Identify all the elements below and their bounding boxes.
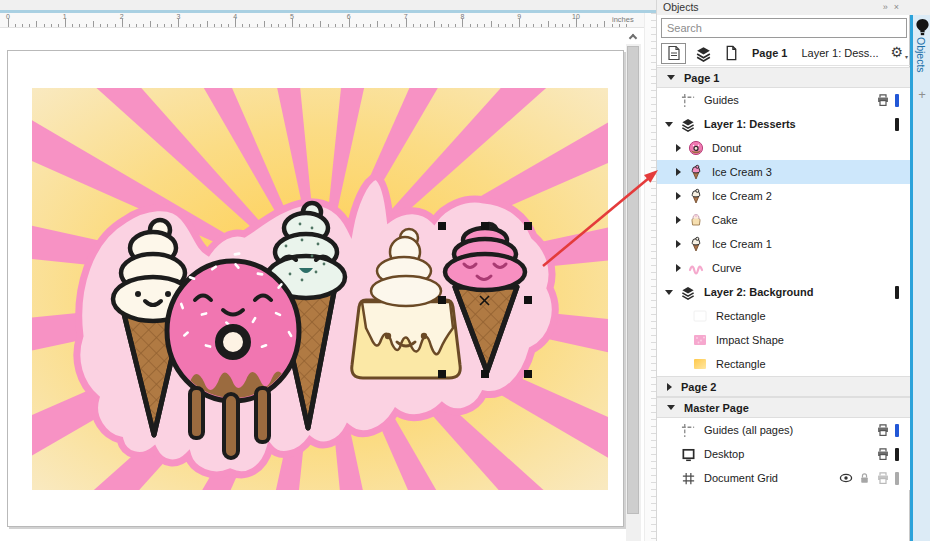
ruler-tick <box>79 24 80 27</box>
drawing-canvas-area[interactable] <box>0 28 626 541</box>
tree-label: Layer 1: Desserts <box>704 118 796 130</box>
layer-icon <box>680 117 696 132</box>
selection-handle[interactable] <box>481 222 489 230</box>
ruler-tick <box>8 18 9 27</box>
tree-label: Guides (all pages) <box>704 424 793 436</box>
layer-color-bar[interactable] <box>895 424 899 437</box>
expanded-arrow-icon[interactable] <box>665 290 673 295</box>
vertical-scrollbar[interactable] <box>626 28 641 541</box>
layer-color-bar[interactable] <box>895 286 899 299</box>
guides-icon <box>681 423 696 438</box>
tree-row-curve[interactable]: Curve <box>657 256 911 280</box>
collapsed-arrow-icon[interactable] <box>676 240 681 248</box>
docker-titlebar-buttons[interactable]: »× <box>883 0 905 15</box>
tree-row-guides-all-pages[interactable]: Guides (all pages) <box>657 418 911 442</box>
tree-label: Rectangle <box>716 358 766 370</box>
printer-dim-icon[interactable] <box>876 471 890 485</box>
horizontal-ruler[interactable]: inches 012345678910 <box>0 13 644 28</box>
objects-tab[interactable]: Objects <box>915 37 927 73</box>
ruler-tick <box>249 24 250 27</box>
docker-tab-strip: Objects + <box>910 15 930 541</box>
expanded-arrow-icon[interactable] <box>667 405 675 410</box>
tree-row-guides[interactable]: Guides <box>657 88 911 112</box>
page-view-button[interactable] <box>720 43 742 64</box>
ruler-tick <box>626 24 627 27</box>
ruler-tick <box>349 18 350 27</box>
selection-handle[interactable] <box>481 370 489 378</box>
selection-handle[interactable] <box>524 222 532 230</box>
tree-row-impact-shape[interactable]: Impact Shape <box>657 328 911 352</box>
tree-row-page-1[interactable]: Page 1 <box>657 67 911 88</box>
ruler-tick <box>93 21 94 27</box>
selection-handle[interactable] <box>524 296 532 304</box>
ruler-tick <box>200 24 201 27</box>
collapsed-arrow-icon[interactable] <box>667 383 672 391</box>
printer-icon[interactable] <box>876 447 890 461</box>
ruler-tick <box>505 24 506 27</box>
collapsed-arrow-icon[interactable] <box>676 192 681 200</box>
ruler-tick <box>604 21 605 27</box>
tree-row-ice-cream-3[interactable]: Ice Cream 3 <box>657 160 911 184</box>
tree-row-desktop[interactable]: Desktop <box>657 442 911 466</box>
tree-row-master-page[interactable]: Master Page <box>657 397 911 418</box>
tree-label: Desktop <box>704 448 744 460</box>
tree-row-document-grid[interactable]: Document Grid <box>657 466 911 490</box>
ruler-tick <box>115 24 116 27</box>
tree-row-layer-1-desserts[interactable]: Layer 1: Desserts <box>657 112 911 136</box>
row-indicators[interactable] <box>839 471 911 485</box>
collapsed-arrow-icon[interactable] <box>676 216 681 224</box>
tree-row-ice-cream-1[interactable]: Ice Cream 1 <box>657 232 911 256</box>
scrollbar-thumb[interactable] <box>627 46 639 514</box>
expanded-arrow-icon[interactable] <box>665 122 673 127</box>
row-indicators[interactable] <box>895 286 911 299</box>
selection-handle[interactable] <box>524 370 532 378</box>
layer-color-bar[interactable] <box>895 118 899 131</box>
selection-handle[interactable] <box>438 370 446 378</box>
printer-icon[interactable] <box>876 423 890 437</box>
layer-color-bar[interactable] <box>895 448 899 461</box>
tree-row-page-2[interactable]: Page 2 <box>657 376 911 397</box>
icecream-white-thumbnail <box>688 188 704 204</box>
icecream-white-thumbnail <box>688 236 704 252</box>
printer-icon[interactable] <box>876 93 890 107</box>
ruler-tick <box>498 24 499 27</box>
selection-handle[interactable] <box>438 296 446 304</box>
show-object-properties-button[interactable] <box>661 43 686 64</box>
scroll-up-button[interactable] <box>626 28 641 44</box>
expanded-arrow-icon[interactable] <box>667 75 675 80</box>
lock-icon[interactable] <box>858 471 871 485</box>
tree-row-cake[interactable]: Cake <box>657 208 911 232</box>
tree-row-rectangle[interactable]: Rectangle <box>657 352 911 376</box>
ruler-tick <box>548 21 549 27</box>
ruler-tick <box>178 18 179 27</box>
row-indicators[interactable] <box>876 447 911 461</box>
ruler-tick <box>541 24 542 27</box>
collapsed-arrow-icon[interactable] <box>676 144 681 152</box>
selection-handle[interactable] <box>438 222 446 230</box>
tree-row-donut[interactable]: Donut <box>657 136 911 160</box>
tree-label: Rectangle <box>716 310 766 322</box>
layer-color-bar[interactable] <box>895 94 899 107</box>
row-indicators[interactable] <box>876 93 911 107</box>
layer-manager-button[interactable] <box>692 43 714 64</box>
tree-label: Page 2 <box>681 381 716 393</box>
search-input[interactable] <box>661 18 907 38</box>
document-page[interactable] <box>7 50 624 527</box>
row-indicators[interactable] <box>876 423 911 437</box>
eye-icon[interactable] <box>839 471 853 485</box>
quick-customize-button[interactable]: + <box>916 87 928 102</box>
docker-options-button[interactable]: ⚙▾ <box>890 44 903 60</box>
tree-label: Donut <box>712 142 741 154</box>
collapsed-arrow-icon[interactable] <box>676 264 681 272</box>
row-indicators[interactable] <box>895 118 911 131</box>
tree-label: Curve <box>712 262 741 274</box>
layer-color-bar[interactable] <box>895 472 899 485</box>
ruler-tick <box>491 21 492 27</box>
ruler-tick <box>306 24 307 27</box>
tree-row-ice-cream-2[interactable]: Ice Cream 2 <box>657 184 911 208</box>
tree-row-rectangle[interactable]: Rectangle <box>657 304 911 328</box>
tree-row-layer-2-background[interactable]: Layer 2: Background <box>657 280 911 304</box>
donut-thumbnail <box>688 140 704 156</box>
desserts-artwork[interactable] <box>32 88 608 490</box>
collapsed-arrow-icon[interactable] <box>676 168 681 176</box>
